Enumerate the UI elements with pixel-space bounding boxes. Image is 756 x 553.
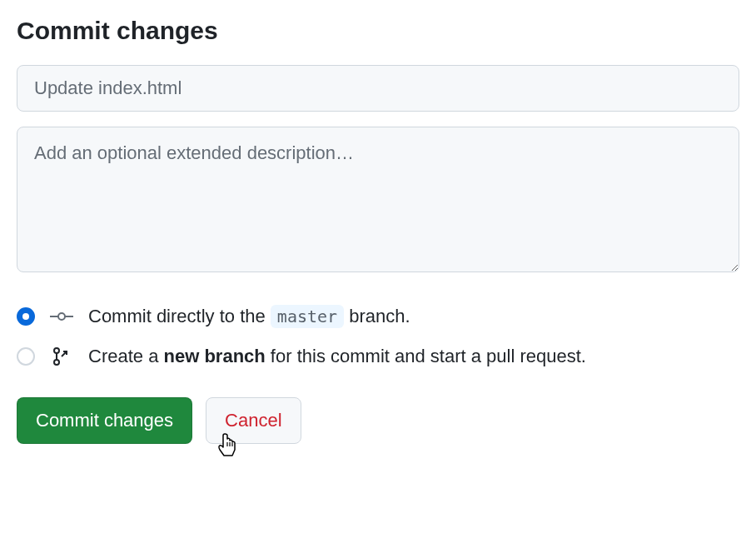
create-new-branch-label: Create a new branch for this commit and …	[88, 346, 586, 367]
commit-direct-option[interactable]: Commit directly to the master branch.	[17, 306, 739, 327]
svg-point-3	[54, 348, 59, 353]
action-buttons: Commit changes Cancel	[17, 397, 739, 444]
create-new-branch-option[interactable]: Create a new branch for this commit and …	[17, 346, 739, 367]
commit-description-textarea[interactable]	[17, 127, 739, 272]
commit-direct-label: Commit directly to the master branch.	[88, 306, 410, 327]
svg-point-4	[54, 360, 59, 365]
svg-point-0	[58, 313, 65, 320]
cancel-button[interactable]: Cancel	[206, 397, 301, 444]
radio-unselected-icon	[17, 347, 35, 366]
commit-changes-button[interactable]: Commit changes	[17, 397, 192, 444]
branch-options-group: Commit directly to the master branch. Cr…	[17, 306, 739, 367]
git-pull-request-icon	[50, 347, 73, 366]
page-title: Commit changes	[17, 17, 739, 45]
commit-summary-input[interactable]	[17, 65, 739, 112]
git-commit-icon	[50, 307, 73, 326]
radio-selected-icon	[17, 307, 35, 326]
